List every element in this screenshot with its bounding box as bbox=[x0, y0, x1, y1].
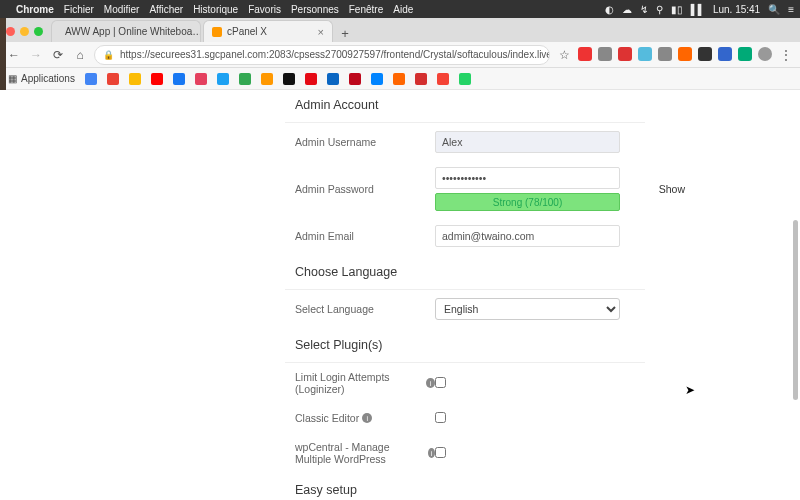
bookmark-icon[interactable] bbox=[393, 73, 405, 85]
reload-button[interactable]: ⟳ bbox=[50, 47, 66, 63]
tab-label: cPanel X bbox=[227, 26, 267, 37]
language-select[interactable]: English bbox=[435, 298, 620, 320]
bookmark-icon[interactable] bbox=[195, 73, 207, 85]
forward-button[interactable]: → bbox=[28, 47, 44, 63]
battery-icon: ▮▯ bbox=[671, 4, 683, 15]
window-zoom-icon[interactable] bbox=[34, 27, 43, 36]
section-admin-account: Admin Account bbox=[295, 98, 645, 112]
menu-icon[interactable]: ≡ bbox=[788, 4, 794, 15]
clock[interactable]: Lun. 15:41 bbox=[713, 4, 760, 15]
bookmark-icon[interactable] bbox=[217, 73, 229, 85]
menu-bookmarks[interactable]: Favoris bbox=[248, 4, 281, 15]
chrome-menu-button[interactable]: ⋮ bbox=[778, 47, 794, 63]
bookmark-icon[interactable] bbox=[349, 73, 361, 85]
macos-menubar: Chrome Fichier Modifier Afficher Histori… bbox=[0, 0, 800, 18]
apps-button[interactable]: ▦ Applications bbox=[8, 73, 75, 84]
menu-people[interactable]: Personnes bbox=[291, 4, 339, 15]
bookmark-icon[interactable] bbox=[239, 73, 251, 85]
url-text: https://securees31.sgcpanel.com:2083/cps… bbox=[120, 49, 550, 60]
extension-icon[interactable] bbox=[618, 47, 632, 61]
extension-icon[interactable] bbox=[598, 47, 612, 61]
bookmark-icon[interactable] bbox=[151, 73, 163, 85]
menu-file[interactable]: Fichier bbox=[64, 4, 94, 15]
status-icon: ◐ bbox=[605, 4, 614, 15]
menu-view[interactable]: Afficher bbox=[149, 4, 183, 15]
star-icon[interactable]: ☆ bbox=[556, 47, 572, 63]
label-loginizer: Limit Login Attempts (Loginizer) i bbox=[285, 371, 435, 395]
label-classic-editor: Classic Editor i bbox=[285, 412, 435, 424]
divider bbox=[285, 122, 645, 123]
label-admin-password: Admin Password bbox=[285, 183, 435, 195]
bookmark-icon[interactable] bbox=[305, 73, 317, 85]
menu-edit[interactable]: Modifier bbox=[104, 4, 140, 15]
menu-window[interactable]: Fenêtre bbox=[349, 4, 383, 15]
bookmarks-bar: ▦ Applications bbox=[0, 68, 800, 90]
tab-aww-app[interactable]: AWW App | Online Whiteboa… × bbox=[51, 20, 201, 42]
classic-editor-checkbox[interactable] bbox=[435, 412, 446, 423]
close-icon[interactable]: × bbox=[318, 26, 324, 38]
extension-icon[interactable] bbox=[698, 47, 712, 61]
label-admin-email: Admin Email bbox=[285, 230, 435, 242]
bookmark-icon[interactable] bbox=[283, 73, 295, 85]
scrollbar[interactable] bbox=[793, 220, 798, 400]
admin-password-input[interactable]: •••••••••••• bbox=[435, 167, 620, 189]
menu-help[interactable]: Aide bbox=[393, 4, 413, 15]
section-choose-language: Choose Language bbox=[295, 265, 645, 279]
window-minimize-icon[interactable] bbox=[20, 27, 29, 36]
window-close-icon[interactable] bbox=[6, 27, 15, 36]
bookmark-icon[interactable] bbox=[415, 73, 427, 85]
extension-icon[interactable] bbox=[678, 47, 692, 61]
favicon-icon bbox=[212, 27, 222, 37]
extension-icon[interactable] bbox=[638, 47, 652, 61]
bookmark-icon[interactable] bbox=[261, 73, 273, 85]
label-admin-username: Admin Username bbox=[285, 136, 435, 148]
admin-email-input[interactable]: admin@twaino.com bbox=[435, 225, 620, 247]
status-icon: ↯ bbox=[640, 4, 648, 15]
label-wpcentral: wpCentral - Manage Multiple WordPress i bbox=[285, 441, 435, 465]
info-icon[interactable]: i bbox=[362, 413, 372, 423]
extension-icon[interactable] bbox=[578, 47, 592, 61]
section-easy-setup: Easy setup bbox=[295, 483, 645, 497]
flag-icon: ▌▌ bbox=[691, 4, 705, 15]
back-button[interactable]: ← bbox=[6, 47, 22, 63]
chrome-tabstrip: AWW App | Online Whiteboa… × cPanel X × … bbox=[0, 18, 800, 42]
divider bbox=[285, 289, 645, 290]
bookmark-icon[interactable] bbox=[173, 73, 185, 85]
extension-icon[interactable] bbox=[658, 47, 672, 61]
chrome-toolbar: ← → ⟳ ⌂ 🔒 https://securees31.sgcpanel.co… bbox=[0, 42, 800, 68]
bookmark-icon[interactable] bbox=[129, 73, 141, 85]
bookmark-icon[interactable] bbox=[459, 73, 471, 85]
tab-cpanel[interactable]: cPanel X × bbox=[203, 20, 333, 42]
info-icon[interactable]: i bbox=[428, 448, 435, 458]
section-select-plugins: Select Plugin(s) bbox=[295, 338, 645, 352]
wifi-icon: ⚲ bbox=[656, 4, 663, 15]
wpcentral-checkbox[interactable] bbox=[435, 447, 446, 458]
bookmark-icon[interactable] bbox=[107, 73, 119, 85]
new-tab-button[interactable]: + bbox=[335, 24, 355, 42]
password-strength-meter: Strong (78/100) bbox=[435, 193, 620, 211]
app-name[interactable]: Chrome bbox=[16, 4, 54, 15]
status-icon: ☁ bbox=[622, 4, 632, 15]
bookmark-icon[interactable] bbox=[327, 73, 339, 85]
home-button[interactable]: ⌂ bbox=[72, 47, 88, 63]
address-bar[interactable]: 🔒 https://securees31.sgcpanel.com:2083/c… bbox=[94, 45, 550, 65]
extension-icon[interactable] bbox=[738, 47, 752, 61]
lock-icon: 🔒 bbox=[103, 50, 114, 60]
info-icon[interactable]: i bbox=[426, 378, 435, 388]
menu-history[interactable]: Historique bbox=[193, 4, 238, 15]
label-select-language: Select Language bbox=[285, 303, 435, 315]
divider bbox=[285, 362, 645, 363]
profile-icon[interactable] bbox=[758, 47, 772, 61]
show-password-link[interactable]: Show bbox=[659, 183, 685, 195]
spotlight-icon[interactable]: 🔍 bbox=[768, 4, 780, 15]
cursor-icon: ➤ bbox=[685, 383, 695, 397]
loginizer-checkbox[interactable] bbox=[435, 377, 446, 388]
tab-label: AWW App | Online Whiteboa… bbox=[65, 26, 201, 37]
bookmark-icon[interactable] bbox=[85, 73, 97, 85]
admin-username-input[interactable]: Alex bbox=[435, 131, 620, 153]
bookmark-icon[interactable] bbox=[437, 73, 449, 85]
extension-icon[interactable] bbox=[718, 47, 732, 61]
page-content: Admin Account Admin Username Alex Admin … bbox=[0, 90, 800, 500]
bookmark-icon[interactable] bbox=[371, 73, 383, 85]
